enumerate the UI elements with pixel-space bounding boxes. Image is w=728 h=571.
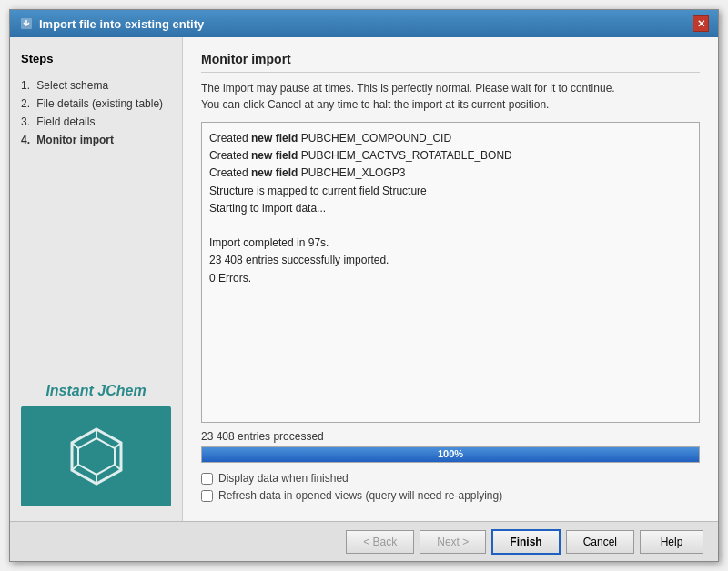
import-icon [19, 16, 34, 31]
sidebar: Steps 1. Select schema 2. File details (… [10, 37, 183, 521]
logo-text: Instant JChem [21, 383, 171, 399]
footer: < Back Next > Finish Cancel Help [10, 521, 718, 561]
checkbox2-row: Refresh data in opened views (query will… [201, 489, 700, 502]
refresh-data-checkbox[interactable] [201, 490, 213, 502]
main-content: Steps 1. Select schema 2. File details (… [10, 37, 718, 521]
title-bar-left: Import file into existing entity [19, 16, 204, 31]
log-line: Created new field PUBCHEM_COMPOUND_CID [209, 130, 692, 147]
steps-list: 1. Select schema 2. File details (existi… [21, 76, 171, 149]
checkbox2-label: Refresh data in opened views (query will… [218, 489, 502, 502]
display-data-checkbox[interactable] [201, 473, 213, 485]
step-3: 3. Field details [21, 113, 171, 131]
cancel-button[interactable]: Cancel [566, 530, 634, 554]
hexagon-logo-icon [65, 425, 128, 488]
log-line: Starting to import data... [209, 200, 692, 217]
help-button[interactable]: Help [640, 530, 703, 554]
finish-button[interactable]: Finish [491, 529, 560, 555]
log-line: Created new field PUBCHEM_CACTVS_ROTATAB… [209, 147, 692, 165]
back-button[interactable]: < Back [346, 530, 414, 554]
log-area: Created new field PUBCHEM_COMPOUND_CID C… [201, 122, 700, 423]
panel-title: Monitor import [201, 52, 700, 73]
dialog-title: Import file into existing entity [39, 17, 204, 31]
step-1: 1. Select schema [21, 76, 171, 95]
progress-label: 100% [202, 448, 699, 459]
step-2: 2. File details (existing table) [21, 95, 171, 113]
log-line: Structure is mapped to current field Str… [209, 183, 692, 200]
svg-marker-2 [78, 438, 115, 475]
close-button[interactable]: ✕ [693, 15, 709, 32]
log-line [209, 217, 692, 235]
checkbox1-row: Display data when finished [201, 472, 700, 485]
log-line: 0 Errors. [209, 270, 692, 287]
logo-graphic [21, 406, 171, 506]
steps-title: Steps [21, 52, 171, 65]
checkbox1-label: Display data when finished [218, 472, 349, 485]
right-panel: Monitor import The import may pause at t… [183, 37, 718, 521]
next-button[interactable]: Next > [420, 530, 486, 554]
sidebar-logo: Instant JChem [21, 383, 171, 506]
info-text: The import may pause at times. This is p… [201, 80, 700, 113]
log-line: Import completed in 97s. [209, 235, 692, 252]
status-line: 23 408 entries processed [201, 430, 700, 443]
log-line: 23 408 entries successfully imported. [209, 252, 692, 269]
log-line: Created new field PUBCHEM_XLOGP3 [209, 165, 692, 182]
dialog: Import file into existing entity ✕ Steps… [9, 9, 719, 562]
step-4: 4. Monitor import [21, 131, 171, 149]
progress-container: 100% [201, 446, 700, 463]
title-bar: Import file into existing entity ✕ [10, 10, 718, 37]
